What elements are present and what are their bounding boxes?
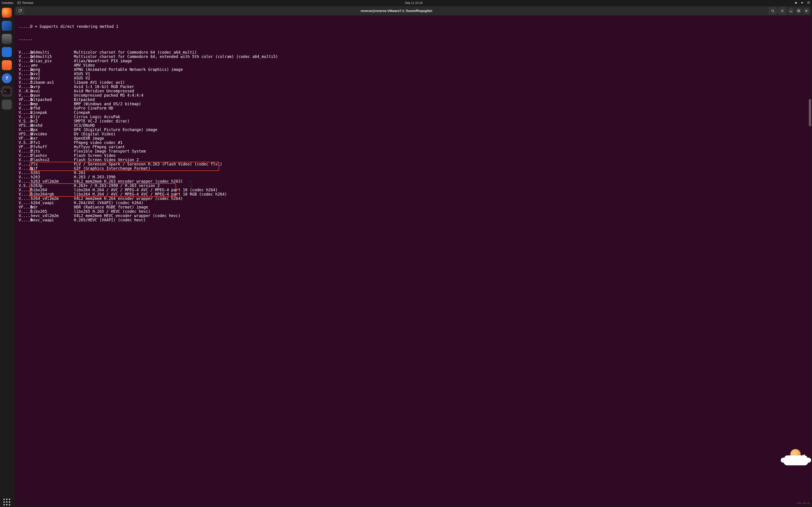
codec-row: V....Dflashsv2Flash Screen Video Version…	[16, 158, 811, 162]
window-search-button[interactable]	[769, 7, 777, 14]
svg-line-5	[773, 11, 774, 12]
codec-row: V.....h263H.263 / H.263-1996	[16, 175, 811, 179]
codec-row: V....Dlibaom-av1libaom AV1 (codec av1)	[16, 80, 811, 84]
codec-row: V....DcfhdGoPro CineForm HD	[16, 106, 811, 110]
codec-row: V.....h264_vaapiH.264/AVC (VAAPI) (codec…	[16, 201, 811, 205]
codec-row: V.S..Dvc2SMPTE VC-2 (codec dirac)	[16, 119, 811, 123]
codec-row: VF...DbitpackedBitpacked	[16, 98, 811, 102]
assistant-mascot-image	[783, 445, 808, 465]
topbar-clock[interactable]: Sep 11 22:16	[33, 1, 794, 5]
codec-row: V....DfitsFlexible Image Transport Syste…	[16, 149, 811, 154]
codec-row: V.....hevc_v4l2m2mV4L2 mem2mem HEVC enco…	[16, 214, 811, 218]
codec-row: V.S...h263pH.263+ / H.263-1998 / H.263 v…	[16, 183, 811, 188]
codec-row: V....Dasv1ASUS V1	[16, 72, 811, 76]
search-icon	[771, 9, 775, 13]
dock-terminal[interactable]: >_	[2, 87, 12, 97]
dock-trash[interactable]	[2, 100, 12, 110]
svg-rect-0	[18, 2, 20, 4]
text-cursor-icon	[189, 181, 192, 186]
topbar-app-menu[interactable]: Terminal	[17, 1, 33, 5]
power-icon[interactable]	[807, 1, 810, 4]
hamburger-icon	[780, 9, 784, 13]
codec-row: V.....h261H.261	[16, 171, 811, 175]
new-tab-button[interactable]	[16, 7, 24, 14]
codec-row: V.....flvFLV / Sorenson Spark / Sorenson…	[16, 162, 811, 166]
svg-rect-3	[19, 10, 21, 12]
codec-row: V.S..Dffv1FFmpeg video codec #1	[16, 140, 811, 145]
codec-row: V....DayuvUncompressed packed MS 4:4:4:4	[16, 93, 811, 98]
activities-button[interactable]: Activities	[2, 1, 13, 5]
minimize-icon	[790, 9, 792, 12]
terminal-icon: >_	[3, 89, 10, 94]
terminal-output-line: ------	[16, 37, 811, 42]
network-icon[interactable]	[794, 1, 798, 4]
dock-help[interactable]: ?	[2, 73, 12, 83]
codec-row: V....DbmpBMP (Windows and OS/2 bitmap)	[16, 102, 811, 106]
window-title: reverse@reverse-VMware7-1: /home/ffmpeg/…	[26, 9, 767, 13]
window-close-button[interactable]	[803, 8, 809, 14]
close-icon	[805, 9, 808, 12]
codec-row: V....Dasv2ASUS V2	[16, 76, 811, 80]
gnome-top-panel: Activities Terminal Sep 11 22:16	[0, 0, 812, 5]
codec-row: VFS..DdvvideoDV (Digital Video)	[16, 132, 811, 136]
codec-row: V.....amvAMV Video	[16, 63, 811, 67]
dock-show-applications[interactable]	[2, 497, 12, 507]
window-maximize-button[interactable]	[796, 8, 802, 14]
codec-row: V....Dalias_pixAlias/Wavefront PIX image	[16, 59, 811, 63]
terminal-icon	[17, 1, 20, 4]
window-menu-button[interactable]	[778, 7, 786, 14]
codec-row: VF...DhdrHDR (Radiance RGBE format) imag…	[16, 205, 811, 209]
codec-row: V....DapngAPNG (Animated Portable Networ…	[16, 67, 811, 72]
svg-rect-7	[798, 10, 800, 12]
dock-ubuntu-software[interactable]	[2, 60, 12, 70]
codec-row: V....DdpxDPX (Digital Picture Exchange) …	[16, 128, 811, 132]
codec-row: VF...DexrOpenEXR image	[16, 136, 811, 140]
terminal-window: reverse@reverse-VMware7-1: /home/ffmpeg/…	[14, 6, 811, 506]
volume-icon[interactable]	[801, 1, 804, 4]
codec-row: V....DflashsvFlash Screen Video	[16, 154, 811, 158]
codec-row: V....DavrpAvid 1:1 10-bit RGB Packer	[16, 84, 811, 89]
scrollbar-thumb[interactable]	[809, 99, 811, 126]
codec-row: VF...DffvhuffHuffyuv FFmpeg variant	[16, 145, 811, 149]
dock-libreoffice-writer[interactable]	[2, 47, 12, 57]
codec-row: V.....h263_v4l2m2mV4L2 mem2mem H.263 enc…	[16, 179, 811, 183]
codec-row: V....Dlibx264rgblibx264 H.264 / AVC / MP…	[16, 192, 811, 196]
codec-row: V.....h264_v4l2m2mV4L2 mem2mem H.264 enc…	[16, 196, 811, 201]
dock-thunderbird[interactable]	[2, 21, 12, 31]
terminal-output-line: .....D = Supports direct rendering metho…	[16, 24, 811, 29]
codec-row: V....Da64multi5Multicolor charset for Co…	[16, 55, 811, 59]
codec-row: V....Da64multiMulticolor charset for Com…	[16, 50, 811, 55]
codec-row: V....DcinepakCinepak	[16, 110, 811, 115]
codec-row: V....Dlibx264libx264 H.264 / AVC / MPEG-…	[16, 188, 811, 192]
new-tab-icon	[18, 9, 22, 13]
maximize-icon	[797, 9, 800, 12]
codec-row: V..X.DavuiAvid Meridien Uncompressed	[16, 89, 811, 93]
svg-point-4	[772, 10, 774, 12]
codec-row: V....DcljrCirrus Logic AccuPak	[16, 115, 811, 119]
watermark-label: CSDN @林少群	[796, 501, 810, 505]
ubuntu-dock: ? >_	[0, 5, 14, 507]
window-minimize-button[interactable]	[788, 8, 794, 14]
codec-row: V....DgifGIF (Graphics Interchange Forma…	[16, 166, 811, 171]
terminal-content[interactable]: .....D = Supports direct rendering metho…	[14, 15, 811, 506]
window-titlebar: reverse@reverse-VMware7-1: /home/ffmpeg/…	[14, 6, 811, 15]
topbar-app-label: Terminal	[22, 1, 33, 5]
codec-row: V....Dlibx265libx265 H.265 / HEVC (codec…	[16, 209, 811, 214]
codec-row: V....Dhevc_vaapiH.265/HEVC (VAAPI) (code…	[16, 218, 811, 222]
dock-firefox[interactable]	[2, 8, 12, 18]
dock-files[interactable]	[2, 34, 12, 44]
codec-row: VFS..DdnxhdVC3/DNxHD	[16, 123, 811, 128]
